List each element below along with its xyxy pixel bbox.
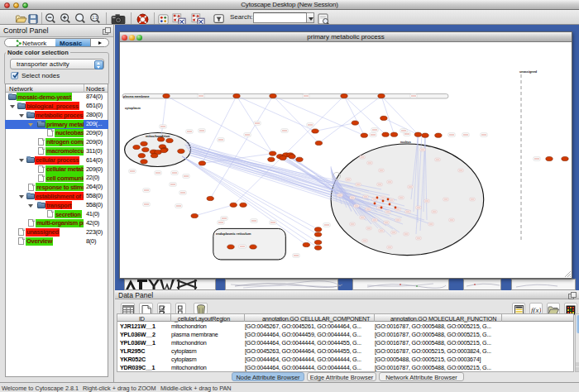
svg-text:plasma membrane: plasma membrane <box>123 95 150 98</box>
svg-text:cytoplasm: cytoplasm <box>125 107 141 110</box>
svg-text:1:1: 1:1 <box>92 16 98 20</box>
svg-text:nucleus: nucleus <box>400 141 411 144</box>
svg-text:mitochondrion: mitochondrion <box>146 134 170 138</box>
svg-text:endoplasmic reticulum: endoplasmic reticulum <box>216 232 251 236</box>
svg-text:unassigned: unassigned <box>519 70 538 74</box>
